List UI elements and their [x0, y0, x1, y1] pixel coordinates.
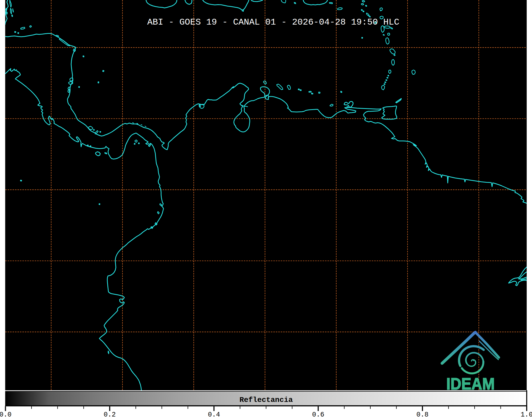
svg-text:0.2: 0.2: [104, 411, 116, 417]
svg-text:1.0: 1.0: [521, 411, 532, 417]
svg-text:ABI - GOES 19 - CANAL 01 - 202: ABI - GOES 19 - CANAL 01 - 2026-04-28 19…: [147, 17, 399, 27]
svg-text:0.8: 0.8: [416, 411, 429, 417]
svg-text:IDEAM: IDEAM: [446, 374, 495, 393]
svg-text:0.0: 0.0: [0, 411, 12, 417]
svg-text:0.6: 0.6: [312, 411, 324, 417]
svg-text:0.4: 0.4: [208, 411, 220, 417]
svg-text:Reflectancia: Reflectancia: [239, 396, 293, 404]
